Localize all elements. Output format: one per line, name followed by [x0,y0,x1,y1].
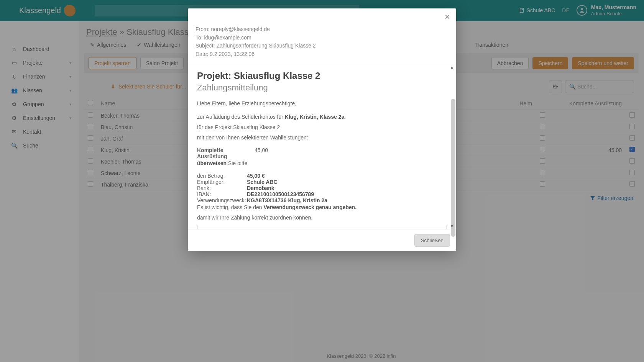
mail-headers: From: noreply@klassengeld.de To: klug@ex… [188,25,456,64]
scroll-down-icon[interactable]: ▼ [449,224,455,228]
input-strip[interactable] [197,225,447,229]
scrollbar-thumb[interactable] [451,99,455,237]
email-preview-modal: × From: noreply@klassengeld.de To: klug@… [188,8,456,251]
close-button[interactable]: Schließen [414,234,450,247]
mail-title: Projekt: Skiausflug Klasse 2 [197,70,447,81]
scroll-up-icon[interactable]: ▲ [449,65,455,69]
mail-body: Projekt: Skiausflug Klasse 2 Zahlungsmit… [188,64,456,229]
close-icon[interactable]: × [445,12,450,21]
mail-subtitle: Zahlungsmitteilung [197,83,447,93]
